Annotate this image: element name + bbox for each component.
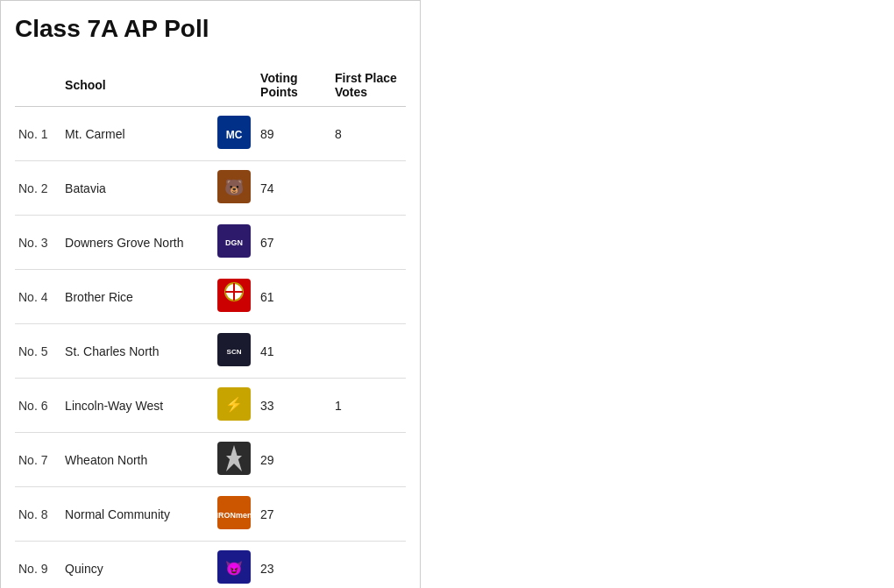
svg-text:IRONmen: IRONmen bbox=[217, 511, 251, 520]
table-row: No. 4 Brother Rice 61 bbox=[15, 270, 406, 324]
svg-text:🐻: 🐻 bbox=[224, 178, 245, 197]
first-place-votes: 1 bbox=[331, 379, 406, 433]
school-logo: DGN bbox=[210, 216, 257, 270]
table-row: No. 7 Wheaton North 29 bbox=[15, 433, 406, 487]
col-header-logo bbox=[210, 64, 257, 107]
first-place-votes bbox=[331, 270, 406, 324]
rank-cell: No. 4 bbox=[15, 270, 61, 324]
school-logo: IRONmen bbox=[210, 487, 257, 542]
voting-points: 67 bbox=[257, 216, 331, 270]
school-name: Mt. Carmel bbox=[61, 107, 210, 161]
school-logo bbox=[210, 270, 257, 324]
school-logo bbox=[210, 433, 257, 487]
school-name: Downers Grove North bbox=[61, 216, 210, 270]
svg-text:⚡: ⚡ bbox=[225, 396, 243, 413]
col-header-first-place-votes: First PlaceVotes bbox=[331, 64, 406, 107]
school-name: Brother Rice bbox=[61, 270, 210, 324]
first-place-votes: 8 bbox=[331, 107, 406, 161]
first-place-votes bbox=[331, 216, 406, 270]
school-logo: 🐻 bbox=[210, 161, 257, 216]
table-row: No. 8 Normal Community IRONmen 27 bbox=[15, 487, 406, 542]
first-place-votes bbox=[331, 433, 406, 487]
rank-cell: No. 9 bbox=[15, 542, 61, 589]
voting-points: 74 bbox=[257, 161, 331, 216]
voting-points: 61 bbox=[257, 270, 331, 324]
rank-cell: No. 8 bbox=[15, 487, 61, 542]
school-logo: MC bbox=[210, 107, 257, 161]
voting-points: 27 bbox=[257, 487, 331, 542]
table-row: No. 9 Quincy 😈 23 bbox=[15, 542, 406, 589]
first-place-votes bbox=[331, 487, 406, 542]
school-name: St. Charles North bbox=[61, 324, 210, 379]
col-header-rank bbox=[15, 64, 61, 107]
table-row: No. 6 Lincoln-Way West ⚡ 33 1 bbox=[15, 379, 406, 433]
svg-text:DGN: DGN bbox=[225, 238, 243, 247]
table-row: No. 2 Batavia 🐻 74 bbox=[15, 161, 406, 216]
rank-cell: No. 6 bbox=[15, 379, 61, 433]
school-logo: ⚡ bbox=[210, 379, 257, 433]
svg-text:SCN: SCN bbox=[226, 348, 241, 356]
school-name: Batavia bbox=[61, 161, 210, 216]
table-row: No. 5 St. Charles North SCN 41 bbox=[15, 324, 406, 379]
school-logo: SCN bbox=[210, 324, 257, 379]
col-header-school: School bbox=[61, 64, 210, 107]
school-name: Lincoln-Way West bbox=[61, 379, 210, 433]
svg-text:😈: 😈 bbox=[225, 560, 243, 577]
page-title: Class 7A AP Poll bbox=[15, 15, 406, 43]
school-name: Normal Community bbox=[61, 487, 210, 542]
first-place-votes bbox=[331, 324, 406, 379]
voting-points: 29 bbox=[257, 433, 331, 487]
voting-points: 89 bbox=[257, 107, 331, 161]
rank-cell: No. 2 bbox=[15, 161, 61, 216]
poll-table: School VotingPoints First PlaceVotes No.… bbox=[15, 64, 406, 588]
school-logo: 😈 bbox=[210, 542, 257, 589]
rank-cell: No. 1 bbox=[15, 107, 61, 161]
table-row: No. 3 Downers Grove North DGN 67 bbox=[15, 216, 406, 270]
rank-cell: No. 3 bbox=[15, 216, 61, 270]
first-place-votes bbox=[331, 161, 406, 216]
rank-cell: No. 5 bbox=[15, 324, 61, 379]
voting-points: 41 bbox=[257, 324, 331, 379]
school-name: Quincy bbox=[61, 542, 210, 589]
svg-text:MC: MC bbox=[225, 129, 242, 141]
rank-cell: No. 7 bbox=[15, 433, 61, 487]
first-place-votes bbox=[331, 542, 406, 589]
voting-points: 33 bbox=[257, 379, 331, 433]
table-row: No. 1 Mt. Carmel MC 89 8 bbox=[15, 107, 406, 161]
school-name: Wheaton North bbox=[61, 433, 210, 487]
col-header-voting-points: VotingPoints bbox=[257, 64, 331, 107]
voting-points: 23 bbox=[257, 542, 331, 589]
main-container: Class 7A AP Poll School VotingPoints Fir… bbox=[0, 0, 421, 588]
